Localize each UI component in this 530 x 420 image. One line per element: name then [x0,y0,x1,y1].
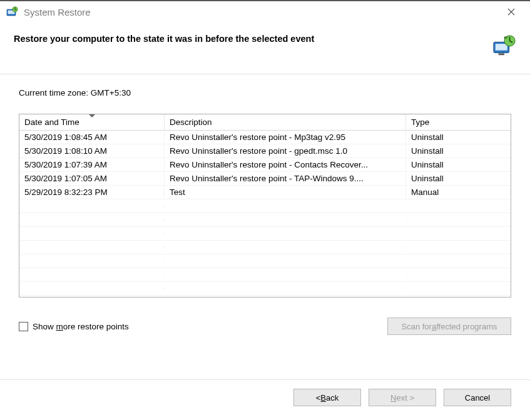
cell-type: Uninstall [406,145,511,157]
cell-description: Test [165,186,406,198]
next-button[interactable]: Next > [369,389,436,406]
cell-description: Revo Uninstaller's restore point - Conta… [165,159,406,171]
table-row[interactable]: 5/30/2019 1:07:05 AMRevo Uninstaller's r… [19,172,511,186]
scan-affected-programs-button[interactable]: Scan for affected programs [387,318,511,335]
table-row-empty [19,282,511,296]
table-row[interactable]: 5/30/2019 1:08:10 AMRevo Uninstaller's r… [19,144,511,158]
column-header-type[interactable]: Type [406,114,511,130]
svg-rect-4 [496,44,507,50]
column-header-date[interactable]: Date and Time [19,114,165,130]
window-title: System Restore [24,7,499,18]
cell-date: 5/29/2019 8:32:23 PM [19,186,165,198]
cancel-button[interactable]: Cancel [444,389,511,406]
cell-description: Revo Uninstaller's restore point - TAP-W… [165,172,406,184]
close-button[interactable] [499,3,524,21]
table-row-empty [19,227,511,241]
table-row[interactable]: 5/30/2019 1:08:45 AMRevo Uninstaller's r… [19,131,511,144]
column-header-description[interactable]: Description [165,114,406,130]
table-row-empty [19,268,511,282]
title-bar: System Restore [0,0,530,22]
content-area: Current time zone: GMT+5:30 Date and Tim… [0,74,530,379]
cell-date: 5/30/2019 1:07:05 AM [19,172,165,184]
wizard-footer: < Back Next > Cancel [0,379,530,420]
restore-points-table[interactable]: Date and Time Description Type 5/30/2019… [19,114,511,298]
app-icon [6,6,19,18]
table-row[interactable]: 5/30/2019 1:07:39 AMRevo Uninstaller's r… [19,158,511,172]
back-button[interactable]: < Back [293,389,361,406]
cell-type: Manual [406,186,511,198]
show-more-checkbox[interactable]: Show more restore points [19,322,129,331]
page-heading: Restore your computer to the state it wa… [14,34,314,44]
cell-type: Uninstall [406,131,511,143]
table-row[interactable]: 5/29/2019 8:32:23 PMTestManual [19,186,511,199]
table-row-empty [19,241,511,254]
checkbox-label: Show more restore points [33,322,129,331]
table-body: 5/30/2019 1:08:45 AMRevo Uninstaller's r… [19,131,511,297]
table-row-empty [19,213,511,227]
cell-date: 5/30/2019 1:07:39 AM [19,159,165,171]
header-area: Restore your computer to the state it wa… [0,22,530,74]
table-row-empty [19,199,511,213]
timezone-label: Current time zone: GMT+5:30 [19,88,511,98]
below-table-row: Show more restore points Scan for affect… [19,318,511,335]
cell-date: 5/30/2019 1:08:45 AM [19,131,165,143]
checkbox-box[interactable] [19,322,28,331]
restore-header-icon [492,34,516,58]
cell-description: Revo Uninstaller's restore point - Mp3ta… [165,131,406,143]
table-row-empty [19,254,511,268]
table-header-row: Date and Time Description Type [19,114,511,131]
svg-rect-5 [499,53,505,55]
cell-date: 5/30/2019 1:08:10 AM [19,145,165,157]
cell-type: Uninstall [406,172,511,184]
cell-description: Revo Uninstaller's restore point - gpedt… [165,145,406,157]
cell-type: Uninstall [406,159,511,171]
